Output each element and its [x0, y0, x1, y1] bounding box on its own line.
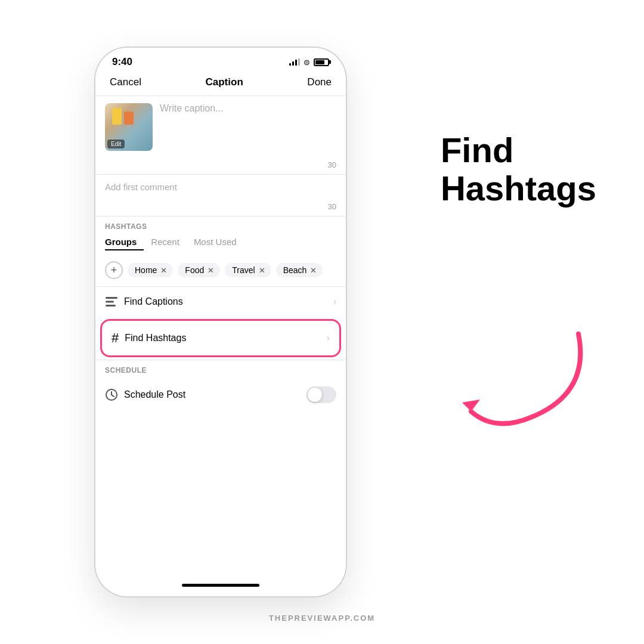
- find-captions-label: Find Captions: [124, 296, 183, 307]
- tab-recent[interactable]: Recent: [144, 234, 187, 250]
- right-title-line1: Find: [441, 131, 513, 169]
- schedule-toggle[interactable]: [306, 386, 336, 403]
- find-hashtags-label: Find Hashtags: [125, 333, 186, 343]
- svg-rect-1: [106, 301, 114, 303]
- svg-rect-0: [106, 297, 117, 299]
- chip-food-remove[interactable]: ✕: [208, 267, 214, 274]
- status-icons: ⊜: [289, 58, 329, 67]
- edit-badge[interactable]: Edit: [107, 140, 125, 148]
- find-captions-icon: [105, 295, 118, 308]
- arrow-icon: [459, 322, 590, 441]
- yellow-item: [112, 108, 122, 125]
- nav-bar: Cancel Caption Done: [95, 73, 346, 95]
- chip-travel-label: Travel: [232, 265, 255, 275]
- tab-groups[interactable]: Groups: [105, 234, 144, 250]
- right-title-line2: Hashtags: [441, 169, 596, 208]
- svg-marker-6: [462, 400, 480, 411]
- watermark: THEPREVIEWAPP.COM: [269, 614, 375, 623]
- caption-char-count-row: 30: [95, 158, 346, 174]
- chip-food[interactable]: Food ✕: [178, 263, 220, 277]
- caption-char-count: 30: [328, 160, 336, 169]
- chip-home-remove[interactable]: ✕: [160, 267, 167, 274]
- svg-rect-2: [106, 305, 116, 306]
- tab-most-used[interactable]: Most Used: [187, 234, 244, 250]
- status-bar: 9:40 ⊜: [95, 48, 346, 73]
- phone-frame: 9:40 ⊜ Cancel Caption Done: [95, 48, 346, 596]
- find-hashtags-left: # Find Hashtags: [112, 330, 186, 346]
- chip-home-label: Home: [135, 265, 157, 275]
- done-button[interactable]: Done: [307, 76, 332, 88]
- find-hashtags-chevron-icon: ›: [327, 333, 330, 343]
- hashtags-section-label: HASHTAGS: [95, 216, 346, 234]
- find-hashtags-row[interactable]: # Find Hashtags ›: [100, 319, 341, 357]
- tag-chips: + Home ✕ Food ✕ Travel ✕ Beach ✕: [95, 256, 346, 286]
- add-group-button[interactable]: +: [105, 261, 123, 279]
- schedule-left: Schedule Post: [105, 388, 185, 401]
- signal-icon: [289, 58, 300, 66]
- caption-area: Edit Write caption...: [95, 95, 346, 158]
- chip-beach[interactable]: Beach ✕: [276, 263, 323, 277]
- schedule-post-label: Schedule Post: [124, 389, 185, 400]
- find-captions-row[interactable]: Find Captions ›: [95, 286, 346, 317]
- svg-line-5: [112, 395, 114, 397]
- caption-input[interactable]: Write caption...: [153, 103, 336, 151]
- battery-fill: [315, 60, 324, 64]
- chip-travel-remove[interactable]: ✕: [259, 267, 265, 274]
- schedule-section-label: SCHEDULE: [95, 360, 346, 378]
- comment-char-count-row: 30: [95, 200, 346, 216]
- schedule-row: Schedule Post: [95, 378, 346, 411]
- chip-beach-label: Beach: [283, 265, 307, 275]
- nav-title: Caption: [206, 76, 243, 88]
- right-content: Find Hashtags: [441, 131, 596, 208]
- caption-image[interactable]: Edit: [105, 103, 153, 151]
- schedule-section: SCHEDULE Schedule Post: [95, 360, 346, 411]
- wifi-icon: ⊜: [304, 58, 310, 67]
- status-time: 9:40: [112, 56, 132, 68]
- phone-inner: 9:40 ⊜ Cancel Caption Done: [95, 48, 346, 596]
- hashtag-tabs: Groups Recent Most Used: [95, 234, 346, 256]
- scene: 9:40 ⊜ Cancel Caption Done: [0, 0, 644, 644]
- chip-home[interactable]: Home ✕: [128, 263, 173, 277]
- toggle-thumb: [308, 388, 322, 402]
- cancel-button[interactable]: Cancel: [110, 76, 141, 88]
- battery-icon: [314, 58, 329, 66]
- chip-travel[interactable]: Travel ✕: [225, 263, 271, 277]
- hash-symbol-icon: #: [112, 330, 119, 346]
- caption-placeholder: Write caption...: [160, 103, 223, 114]
- chip-beach-remove[interactable]: ✕: [310, 267, 317, 274]
- home-indicator: [182, 584, 259, 587]
- orange-item: [124, 112, 134, 125]
- arrow-container: [459, 322, 590, 441]
- find-captions-left: Find Captions: [105, 295, 183, 308]
- schedule-clock-icon: [105, 388, 118, 401]
- comment-area[interactable]: Add first comment: [95, 175, 346, 200]
- image-decoration: [112, 108, 134, 125]
- comment-char-count: 30: [328, 202, 336, 211]
- comment-placeholder: Add first comment: [105, 182, 177, 192]
- find-captions-chevron-icon: ›: [333, 296, 336, 307]
- chip-food-label: Food: [185, 265, 204, 275]
- home-indicator-area: [95, 411, 346, 596]
